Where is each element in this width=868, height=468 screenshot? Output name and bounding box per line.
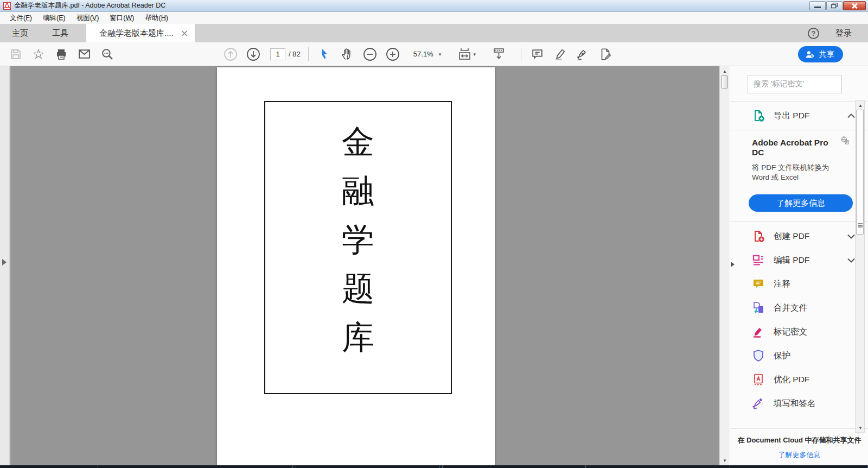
zoom-in-button[interactable] [384,45,402,64]
comment-tool-button[interactable] [528,45,546,64]
zoom-level-value[interactable]: 57.1% [410,50,433,58]
share-label: 共享 [819,49,834,60]
sign-tool-button[interactable] [573,45,592,64]
login-button[interactable]: 登录 [835,28,852,39]
save-button[interactable] [7,45,25,64]
pdf-page[interactable]: 金 融 学 题 库 [217,67,495,465]
pdf-title-char: 库 [342,320,374,355]
star-icon: ☆ [33,47,44,61]
page-count-label: / 82 [289,50,301,58]
footer-learn-more-link[interactable]: 了解更多信息 [735,450,864,460]
restore-button[interactable] [826,1,843,10]
help-icon[interactable]: ? [808,28,819,39]
zoom-out-button[interactable] [361,45,379,64]
fit-dropdown-caret-icon[interactable]: ▾ [473,52,476,57]
select-tool-button[interactable] [315,45,334,64]
main-toolbar: ☆ [0,42,868,66]
chevron-down-icon[interactable] [847,234,855,239]
document-view[interactable]: 金 融 学 题 库 [10,66,719,465]
email-button[interactable] [75,45,93,64]
tool-combine-files[interactable]: 合并文件 [730,296,868,320]
navigation-pane-strip [0,66,10,465]
learn-more-button[interactable]: 了解更多信息 [749,194,853,212]
acrobat-app-icon [3,2,11,10]
tool-edit-pdf[interactable]: 编辑 PDF [730,248,868,272]
taskbar-window-segment [730,465,868,468]
chevron-down-icon[interactable] [847,258,855,263]
tool-comment[interactable]: 注释 [730,272,868,296]
redact-marker-icon [752,325,765,338]
tools-search-input[interactable]: 搜索 '标记密文' [748,75,842,93]
comment-bubble-icon [531,47,544,61]
edit-pdf-icon [752,254,765,267]
tab-home[interactable]: 主页 [0,24,40,42]
tab-strip: 主页 工具 金融学老版本题库.... ? 登录 [0,24,868,42]
pdf-title-char: 金 [342,125,374,159]
create-pdf-icon [752,230,765,243]
tools-panel-scrollbar[interactable]: ▲ ▼ [855,100,865,433]
menu-view[interactable]: 视图(V) [71,12,105,24]
share-person-icon [805,49,815,60]
tool-create-pdf[interactable]: 创建 PDF [730,224,868,248]
previous-page-button[interactable] [221,45,240,64]
collapse-tools-panel-icon[interactable] [731,262,735,267]
arrow-down-circle-icon [246,47,260,61]
arrow-up-circle-icon [224,47,238,61]
panel-scroll-down-icon[interactable]: ▼ [856,423,865,432]
page-number-input[interactable]: 1 [270,48,285,60]
envelope-icon [78,47,91,61]
main-area: 金 融 学 题 库 ▲ ▼ 搜索 '标记密文' [0,66,868,465]
menu-edit[interactable]: 编辑(E) [37,12,71,24]
print-button[interactable] [52,45,71,64]
document-scrollbar[interactable]: ▲ ▼ [719,66,729,465]
favorite-button[interactable]: ☆ [29,45,48,64]
scrolling-mode-icon [492,47,506,61]
toolbar-divider [521,47,521,61]
share-button[interactable]: 共享 [798,46,843,62]
tab-close-icon[interactable] [181,30,187,36]
tab-document-active[interactable]: 金融学老版本题库.... [86,24,195,42]
hand-tool-button[interactable] [338,45,356,64]
fit-width-button[interactable]: ▾ [456,45,477,64]
promo-title: Adobe Acrobat Pro DC [752,138,840,157]
document-scrollbar-thumb[interactable] [721,75,728,88]
minimize-button[interactable] [809,1,826,10]
divider [730,222,868,222]
hand-icon [340,47,354,61]
taskbar-window-segment [296,465,439,468]
zoom-dropdown-caret-icon[interactable]: ▾ [439,52,442,57]
stamp-sign-document-button[interactable] [596,45,615,64]
tool-label: 合并文件 [774,302,807,314]
tool-fill-sign[interactable]: 填写和签名 [730,391,868,415]
optimize-pdf-icon [752,373,765,386]
title-bar[interactable]: 金融学老版本题库.pdf - Adobe Acrobat Reader DC [0,0,868,12]
menu-window[interactable]: 窗口(W) [104,12,139,24]
close-button[interactable] [843,1,866,10]
tool-label: 注释 [774,279,790,290]
plus-circle-icon [386,47,400,61]
convert-online-icon [840,136,850,145]
tool-redact[interactable]: 标记密文 [730,320,868,344]
page-scrolling-button[interactable] [489,45,508,64]
tool-export-pdf[interactable]: 导出 PDF [730,104,868,128]
panel-scroll-up-icon[interactable]: ▲ [856,101,865,110]
highlight-tool-button[interactable] [551,45,569,64]
tool-label: 创建 PDF [774,231,809,242]
search-icon [100,47,114,61]
export-pdf-icon [752,109,765,122]
panel-scrollbar-thumb[interactable] [856,110,864,235]
expand-nav-pane-icon[interactable] [2,259,7,265]
menu-help[interactable]: 帮助(H) [140,12,174,24]
chevron-up-icon[interactable] [847,113,855,118]
menu-file[interactable]: 文件(F) [4,12,37,24]
tool-optimize-pdf[interactable]: 优化 PDF [730,368,868,391]
tab-tools[interactable]: 工具 [40,24,80,42]
scroll-down-icon[interactable]: ▼ [720,456,730,465]
pdf-title-char: 融 [342,174,374,208]
promo-description: 将 PDF 文件联机转换为 Word 或 Excel [752,163,848,182]
next-page-button[interactable] [244,45,263,64]
find-button[interactable] [98,45,116,64]
scroll-up-icon[interactable]: ▲ [720,67,730,75]
tool-protect[interactable]: 保护 [730,344,868,368]
cursor-arrow-icon [318,48,330,60]
